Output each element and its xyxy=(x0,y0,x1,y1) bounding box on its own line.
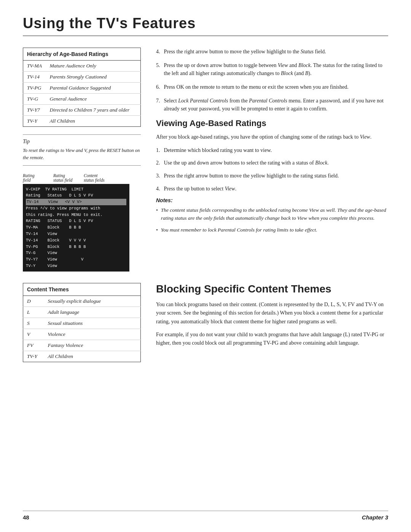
viewing-section-heading: Viewing Age-Based Ratings xyxy=(156,118,388,128)
blocking-section-para2: For example, if you do not want your chi… xyxy=(156,331,388,348)
viewing-step-text: Press the up button to select View. xyxy=(164,185,237,193)
content-theme-code: S xyxy=(23,318,44,329)
content-theme-row: D Sexually explicit dialogue xyxy=(23,296,141,307)
content-theme-row: FV Fantasy Violence xyxy=(23,340,141,351)
page-title: Using the TV's Features xyxy=(23,15,388,36)
content-theme-description: Violence xyxy=(44,329,141,340)
tv-screen-display: V-CHIP TV RATING LIMIT Rating Status D L… xyxy=(23,184,129,272)
content-theme-code: V xyxy=(23,329,44,340)
step-text: Press the up or down arrow button to tog… xyxy=(164,61,389,78)
content-theme-description: Adult language xyxy=(44,307,141,318)
age-rating-description: Parents Strongly Cautioned xyxy=(46,72,141,83)
blocking-section-para1: You can block programs based on their co… xyxy=(156,300,388,326)
age-ratings-table-header: Hierarchy of Age-Based Ratings xyxy=(23,48,141,61)
tv-line-5: RATING STATUS D L S V FV xyxy=(26,218,126,224)
diagram-labels: Ratingfield Ratingstatus field Contentst… xyxy=(23,173,141,182)
viewing-step-text: Press the right arrow button to move the… xyxy=(164,172,339,180)
tip-text: To reset the ratings to View and V, pres… xyxy=(23,147,141,161)
note-item: You must remember to lock Parental Contr… xyxy=(156,226,388,234)
content-theme-description: Sexual situations xyxy=(44,318,141,329)
content-theme-row: S Sexual situations xyxy=(23,318,141,329)
page-wrapper: Using the TV's Features Hierarchy of Age… xyxy=(0,0,411,532)
age-rating-row: TV-Y All Children xyxy=(23,116,141,127)
right-column: Press the right arrow button to move the… xyxy=(156,48,388,272)
tv-line-11: TV-Y7 View V xyxy=(26,256,126,263)
age-rating-description: Directed to Children 7 years and older xyxy=(46,105,141,116)
upper-step-item: Press the right arrow button to move the… xyxy=(156,48,388,56)
viewing-step-text: Use the up and down arrow buttons to sel… xyxy=(164,159,329,167)
age-rating-description: All Children xyxy=(46,116,141,127)
tv-line-3: Press ^/v to view programs with xyxy=(26,205,126,212)
viewing-step-item: Press the up button to select View. xyxy=(156,185,388,193)
age-rating-code: TV-Y7 xyxy=(23,105,46,116)
tip-section: Tip To reset the ratings to View and V, … xyxy=(23,134,141,166)
notes-heading: Notes: xyxy=(156,197,388,203)
content-theme-code: TV-Y xyxy=(23,351,44,362)
lower-left-column: Content Themes D Sexually explicit dialo… xyxy=(23,283,141,362)
content-theme-description: All Children xyxy=(44,351,141,362)
footer-page-number: 48 xyxy=(23,514,29,521)
blocking-section-heading: Blocking Specific Content Themes xyxy=(156,283,388,295)
content-themes-header: Content Themes xyxy=(23,283,141,296)
content-theme-code: L xyxy=(23,307,44,318)
age-rating-code: TV-Y xyxy=(23,116,46,127)
screen-diagram: Ratingfield Ratingstatus field Contentst… xyxy=(23,173,141,272)
upper-step-item: Press the up or down arrow button to tog… xyxy=(156,61,388,78)
age-rating-code: TV-G xyxy=(23,94,46,105)
viewing-step-text: Determine which blocked rating you want … xyxy=(164,146,272,155)
lower-right-column: Blocking Specific Content Themes You can… xyxy=(156,283,388,362)
age-rating-code: TV-MA xyxy=(23,61,46,72)
lower-content: Content Themes D Sexually explicit dialo… xyxy=(23,283,388,362)
age-rating-description: General Audience xyxy=(46,94,141,105)
tv-line-highlight: TV-14 View <V V V> xyxy=(26,199,126,205)
diagram-label-rating-field: Ratingfield xyxy=(23,173,53,182)
age-rating-row: TV-PG Parental Guidance Suggested xyxy=(23,83,141,94)
content-theme-row: L Adult language xyxy=(23,307,141,318)
age-ratings-table: Hierarchy of Age-Based Ratings TV-MA Mat… xyxy=(23,48,141,127)
content-theme-code: FV xyxy=(23,340,44,351)
age-rating-row: TV-G General Audience xyxy=(23,94,141,105)
content-theme-row: V Violence xyxy=(23,329,141,340)
upper-main-content: Hierarchy of Age-Based Ratings TV-MA Mat… xyxy=(23,48,388,272)
tv-line-10: TV-G View xyxy=(26,250,126,256)
viewing-step-item: Press the right arrow button to move the… xyxy=(156,172,388,180)
age-rating-code: TV-14 xyxy=(23,72,46,83)
content-theme-description: Fantasy Violence xyxy=(44,340,141,351)
footer-chapter: Chapter 3 xyxy=(362,514,388,521)
tv-line-6: TV-MA Block B B B xyxy=(26,224,126,231)
tv-line-12: TV-Y View xyxy=(26,263,126,269)
page-footer: 48 Chapter 3 xyxy=(23,511,388,521)
age-rating-description: Parental Guidance Suggested xyxy=(46,83,141,94)
viewing-steps-list: Determine which blocked rating you want … xyxy=(156,146,388,193)
tip-label: Tip xyxy=(23,139,141,145)
age-rating-row: TV-Y7 Directed to Children 7 years and o… xyxy=(23,105,141,116)
content-theme-description: Sexually explicit dialogue xyxy=(44,296,141,307)
age-rating-description: Mature Audience Only xyxy=(46,61,141,72)
tv-line-4: this rating. Press MENU to exit. xyxy=(26,212,126,218)
age-rating-row: TV-14 Parents Strongly Cautioned xyxy=(23,72,141,83)
step-text: Press OK on the remote to return to the … xyxy=(164,83,349,91)
content-theme-code: D xyxy=(23,296,44,307)
viewing-step-item: Use the up and down arrow buttons to sel… xyxy=(156,159,388,167)
upper-step-item: Press OK on the remote to return to the … xyxy=(156,83,388,91)
viewing-step-item: Determine which blocked rating you want … xyxy=(156,146,388,155)
age-rating-row: TV-MA Mature Audience Only xyxy=(23,61,141,72)
viewing-section-intro: After you block age-based ratings, you h… xyxy=(156,133,388,141)
upper-step-item: Select Lock Parental Controls from the P… xyxy=(156,97,388,113)
diagram-label-content-fields: Contentstatus fields xyxy=(84,173,114,182)
left-column: Hierarchy of Age-Based Ratings TV-MA Mat… xyxy=(23,48,141,272)
tv-line-8: TV-14 Block V V V V xyxy=(26,237,126,244)
diagram-label-status-field: Ratingstatus field xyxy=(53,173,84,182)
age-rating-code: TV-PG xyxy=(23,83,46,94)
step-text: Select Lock Parental Controls from the P… xyxy=(164,97,389,113)
tv-line-7: TV-14 View xyxy=(26,231,126,237)
note-text: You must remember to lock Parental Contr… xyxy=(161,226,317,234)
step-text: Press the right arrow button to move the… xyxy=(164,48,326,56)
tv-line-2: Rating Status D L S V FV xyxy=(26,192,126,199)
content-themes-table: Content Themes D Sexually explicit dialo… xyxy=(23,283,141,362)
tv-line-1: V-CHIP TV RATING LIMIT xyxy=(26,186,126,193)
upper-steps-list: Press the right arrow button to move the… xyxy=(156,48,388,113)
content-theme-row: TV-Y All Children xyxy=(23,351,141,362)
note-text: The content status fields corresponding … xyxy=(161,206,388,222)
tv-line-9: TV-PG Block B B B B xyxy=(26,244,126,250)
